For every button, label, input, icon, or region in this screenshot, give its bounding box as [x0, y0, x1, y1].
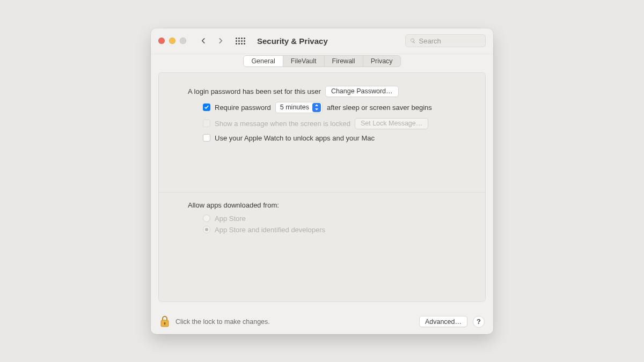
lock-hint-text: Click the lock to make changes. — [175, 318, 270, 326]
require-password-checkbox[interactable] — [203, 104, 210, 111]
search-field[interactable] — [405, 34, 486, 47]
apple-watch-unlock-checkbox[interactable] — [203, 134, 210, 142]
allow-apps-section: Allow apps downloaded from: App Store Ap… — [159, 193, 485, 245]
require-password-delay-select[interactable]: 5 minutes — [275, 102, 323, 113]
svg-rect-2 — [164, 323, 165, 325]
apple-watch-unlock-label: Use your Apple Watch to unlock apps and … — [215, 134, 375, 142]
login-password-section: A login password has been set for this u… — [159, 73, 485, 154]
help-button[interactable]: ? — [473, 316, 485, 328]
check-icon — [204, 105, 209, 110]
search-icon — [410, 38, 416, 44]
forward-button[interactable] — [214, 34, 227, 47]
general-panel: A login password has been set for this u… — [158, 72, 486, 302]
advanced-button[interactable]: Advanced… — [419, 316, 467, 327]
allow-apps-appstore-radio — [203, 215, 210, 222]
tab-privacy[interactable]: Privacy — [363, 56, 400, 67]
titlebar: Security & Privacy — [151, 28, 493, 54]
show-all-prefs-button[interactable] — [233, 34, 247, 48]
back-button[interactable] — [197, 34, 210, 47]
select-stepper-icon — [312, 103, 321, 112]
tab-bar: General FileVault Firewall Privacy — [243, 55, 400, 67]
search-input[interactable] — [419, 37, 481, 45]
allow-apps-appstore-label: App Store — [215, 215, 246, 223]
allow-apps-identified-radio — [203, 226, 210, 233]
require-password-delay-value: 5 minutes — [280, 104, 309, 111]
zoom-window-button[interactable] — [180, 38, 186, 44]
show-lock-message-label: Show a message when the screen is locked — [215, 120, 350, 128]
window-title: Security & Privacy — [257, 36, 328, 46]
preferences-window: Security & Privacy General FileVault Fir… — [151, 28, 493, 334]
lock-icon — [159, 315, 170, 328]
allow-apps-identified-label: App Store and identified developers — [215, 226, 325, 234]
tab-filevault[interactable]: FileVault — [283, 56, 325, 67]
require-password-suffix: after sleep or screen saver begins — [327, 104, 432, 112]
show-lock-message-checkbox — [203, 120, 210, 127]
require-password-label: Require password — [215, 104, 271, 112]
tab-firewall[interactable]: Firewall — [325, 56, 363, 67]
grid-icon — [236, 38, 245, 45]
footer: Click the lock to make changes. Advanced… — [151, 309, 493, 334]
set-lock-message-button: Set Lock Message… — [355, 118, 428, 129]
close-window-button[interactable] — [158, 38, 165, 44]
lock-button[interactable] — [159, 315, 170, 328]
chevron-left-icon — [200, 37, 207, 45]
window-controls — [158, 38, 186, 44]
tab-general[interactable]: General — [244, 56, 283, 67]
chevron-right-icon — [217, 37, 224, 45]
content-area: General FileVault Firewall Privacy A log… — [151, 54, 493, 309]
allow-apps-label: Allow apps downloaded from: — [188, 201, 470, 209]
login-password-text: A login password has been set for this u… — [188, 87, 321, 95]
minimize-window-button[interactable] — [169, 38, 175, 44]
change-password-button[interactable]: Change Password… — [325, 86, 399, 97]
